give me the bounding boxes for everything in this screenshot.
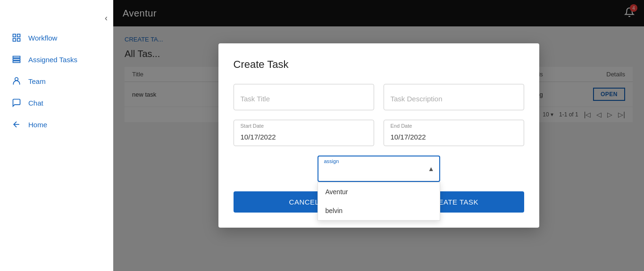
grid-icon: [11, 33, 22, 43]
task-title-placeholder[interactable]: Task Title: [234, 84, 374, 110]
sidebar-item-home[interactable]: Home: [0, 114, 113, 135]
modal-title: Create Task: [234, 58, 524, 71]
sidebar-item-label: Workflow: [28, 34, 57, 42]
sidebar-collapse: ‹: [0, 9, 113, 27]
sidebar-item-label: Home: [28, 121, 47, 129]
end-date-label: End Date: [391, 123, 412, 129]
start-date-value: 10/17/2022: [241, 133, 276, 141]
svg-rect-1: [17, 34, 20, 37]
create-task-modal: Create Task Task Title Task Description: [218, 43, 539, 228]
sidebar-item-team[interactable]: Team: [0, 70, 113, 92]
start-date-field: Start Date 10/17/2022: [234, 120, 374, 146]
main-area: Aventur 4 CREATE TA... All Tas... Title …: [113, 0, 644, 271]
person-icon: [11, 76, 22, 86]
end-date-box[interactable]: End Date 10/17/2022: [384, 120, 524, 146]
assign-select-container: assign ▲ Aventur belvin: [318, 156, 440, 182]
svg-rect-0: [13, 34, 16, 37]
svg-rect-3: [17, 39, 20, 41]
assign-dropdown: Aventur belvin: [318, 182, 440, 221]
collapse-button[interactable]: ‹: [105, 13, 108, 23]
sidebar: ‹ Workflow Assigned Tasks Team Chat Home: [0, 0, 113, 271]
assign-label: assign: [324, 158, 339, 164]
start-date-box[interactable]: Start Date 10/17/2022: [234, 120, 374, 146]
svg-rect-5: [13, 58, 20, 60]
task-description-placeholder[interactable]: Task Description: [384, 84, 524, 110]
chat-icon: [11, 98, 22, 108]
svg-rect-4: [13, 56, 20, 57]
svg-rect-2: [13, 39, 16, 41]
sidebar-item-label: Team: [28, 77, 46, 85]
sidebar-item-assigned-tasks[interactable]: Assigned Tasks: [0, 49, 113, 70]
form-row-1: Task Title Task Description: [234, 84, 524, 110]
start-date-label: Start Date: [241, 123, 264, 129]
chevron-up-icon: ▲: [428, 165, 435, 172]
svg-point-7: [15, 78, 18, 81]
arrow-left-icon: [11, 119, 22, 130]
end-date-field: End Date 10/17/2022: [384, 120, 524, 146]
assign-option-belvin[interactable]: belvin: [318, 201, 440, 220]
form-row-2: Start Date 10/17/2022 End Date 10/17/202…: [234, 120, 524, 146]
list-icon: [11, 54, 22, 65]
sidebar-item-chat[interactable]: Chat: [0, 92, 113, 114]
svg-rect-6: [13, 61, 20, 62]
sidebar-item-label: Chat: [28, 99, 43, 107]
task-description-field: Task Description: [384, 84, 524, 110]
sidebar-item-label: Assigned Tasks: [28, 56, 77, 64]
assign-option-aventur[interactable]: Aventur: [318, 182, 440, 201]
end-date-value: 10/17/2022: [391, 133, 426, 141]
assign-wrapper: assign ▲ Aventur belvin: [234, 156, 524, 182]
task-title-field: Task Title: [234, 84, 374, 110]
modal-overlay: Create Task Task Title Task Description: [113, 0, 644, 271]
sidebar-item-workflow[interactable]: Workflow: [0, 27, 113, 49]
assign-select-box[interactable]: assign ▲: [318, 156, 440, 182]
